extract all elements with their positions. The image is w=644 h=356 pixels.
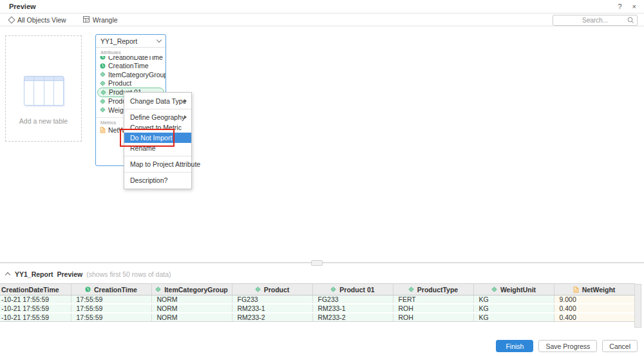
menu-item-define-geography[interactable]: Define Geography: [124, 112, 191, 122]
table-cell: 17:55:59: [71, 313, 151, 322]
all-objects-view-button[interactable]: All Objects View: [9, 16, 66, 24]
table-cell: RM233-1: [232, 304, 312, 313]
menu-item-do-not-import[interactable]: Do Not Import: [124, 133, 191, 143]
wrangle-label: Wrangle: [93, 16, 118, 24]
table-cell: FG233: [312, 295, 393, 304]
cancel-button[interactable]: Cancel: [602, 340, 638, 352]
add-new-table-dropzone[interactable]: Add a new table: [5, 35, 82, 142]
title-bar: Preview ? ×: [0, 0, 644, 14]
menu-item-description-[interactable]: Description?: [124, 175, 191, 185]
menu-item-rename[interactable]: Rename: [124, 143, 191, 153]
menu-item-map-to-project-attribute[interactable]: Map to Project Attribute: [124, 159, 191, 169]
table-cell: -10-21 17:55:59: [0, 313, 71, 322]
menu-divider: [124, 172, 191, 173]
wrangle-button[interactable]: Wrangle: [83, 16, 118, 24]
all-objects-view-label: All Objects View: [17, 16, 66, 24]
metric-icon: [100, 127, 106, 133]
table-cell: FERT: [393, 295, 473, 304]
table-cell: RM233-2: [312, 313, 393, 322]
column-header-label: NetWeight: [582, 286, 616, 294]
table-cell: 0.400: [554, 304, 634, 313]
menu-item-change-data-type[interactable]: Change Data Type: [124, 96, 191, 106]
column-header-label: CreationDateTime: [1, 286, 59, 294]
column-header-itemcategorygroup[interactable]: ItemCategoryGroup: [151, 284, 232, 295]
column-header-weightunit[interactable]: WeightUnit: [473, 284, 554, 295]
dataset-title: YY1_Report: [100, 37, 157, 45]
table-cell: KG: [473, 313, 554, 322]
table-cell: RM233-1: [312, 304, 393, 313]
column-header-producttype[interactable]: ProductType: [393, 284, 473, 295]
attribute-diamond-icon: [100, 98, 106, 104]
menu-divider: [124, 109, 191, 109]
collapse-chevron-icon[interactable]: [5, 272, 10, 277]
clock-icon: [100, 56, 106, 60]
column-header-label: WeightUnit: [500, 286, 536, 294]
column-header-creationdatetime[interactable]: CreationDateTime: [0, 284, 71, 295]
column-header-product-01[interactable]: Product 01: [312, 284, 393, 295]
table-scrollbar[interactable]: [634, 284, 641, 328]
column-header-label: Product: [264, 286, 290, 294]
attribute-diamond-icon: [155, 286, 161, 292]
column-header-netweight[interactable]: NetWeight: [554, 284, 634, 295]
column-header-creationtime[interactable]: CreationTime: [71, 284, 151, 295]
chevron-down-icon: [156, 37, 162, 42]
attribute-item-label: Product: [108, 79, 131, 87]
preview-panel-header: YY1_Report Preview (shows first 50 rows …: [0, 266, 644, 282]
menu-item-convert-to-metric[interactable]: Convert to Metric: [124, 122, 191, 133]
table-cell: 0.400: [554, 313, 634, 322]
finish-button[interactable]: Finish: [496, 340, 533, 352]
table-cell: RM233-2: [232, 313, 312, 322]
attributes-section-label: Attributes: [96, 48, 166, 56]
table-icon: [24, 76, 64, 106]
attribute-diamond-icon: [491, 286, 497, 292]
search-input[interactable]: Search...: [553, 15, 638, 26]
dataset-card-header[interactable]: YY1_Report: [96, 35, 166, 48]
attribute-item-creationdatetime[interactable]: CreationDateTime: [96, 56, 166, 62]
column-header-label: CreationTime: [94, 286, 137, 294]
table-cell: 9.000: [554, 295, 634, 304]
column-header-label: ItemCategoryGroup: [164, 286, 228, 294]
preview-label: Preview: [57, 270, 83, 278]
table-row: -10-21 17:55:5917:55:59NORMRM233-1RM233-…: [0, 304, 634, 313]
table-cell: FG233: [232, 295, 312, 304]
table-cell: 17:55:59: [71, 304, 151, 313]
table-cell: NORM: [151, 313, 232, 322]
table-cell: NORM: [151, 295, 232, 304]
preview-note: (shows first 50 rows of data): [86, 270, 171, 278]
table-cell: ROH: [393, 313, 473, 322]
table-cell: 17:55:59: [71, 295, 151, 304]
context-menu: Change Data TypeDefine GeographyConvert …: [124, 92, 192, 189]
table-row: -10-21 17:55:5917:55:59NORMRM233-2RM233-…: [0, 313, 634, 322]
preview-table-container: CreationDateTimeCreationTimeItemCategory…: [0, 283, 644, 328]
attribute-item-product[interactable]: Product: [96, 79, 166, 88]
search-icon: [627, 17, 634, 24]
menu-divider: [124, 156, 191, 156]
attribute-diamond-icon: [100, 71, 106, 77]
attribute-diamond-icon: [100, 89, 106, 95]
add-table-label: Add a new table: [6, 117, 81, 125]
attribute-item-label: CreationTime: [108, 62, 149, 70]
footer-actions: Finish Save Progress Cancel: [496, 340, 638, 352]
metric-icon: [573, 286, 579, 293]
table-cell: NORM: [151, 304, 232, 313]
table-cell: KG: [473, 304, 554, 313]
help-button[interactable]: ?: [618, 3, 621, 10]
save-progress-button[interactable]: Save Progress: [538, 340, 597, 352]
column-header-label: Product 01: [339, 286, 374, 294]
attribute-item-itemcategorygroup[interactable]: ItemCategoryGroup: [96, 70, 166, 79]
import-canvas: Add a new table YY1_Report Attributes Cr…: [0, 26, 644, 261]
attribute-item-label: ItemCategoryGroup: [108, 71, 166, 79]
splitter-grip-icon[interactable]: [311, 260, 323, 266]
close-button[interactable]: ×: [632, 3, 636, 10]
table-cell: ROH: [393, 304, 473, 313]
window-title: Preview: [9, 3, 36, 10]
wrangle-icon: [83, 16, 90, 24]
table-cell: -10-21 17:55:59: [0, 304, 71, 313]
attribute-item-creationtime[interactable]: CreationTime: [96, 62, 166, 71]
table-cell: KG: [473, 295, 554, 304]
column-header-label: ProductType: [417, 286, 458, 294]
all-objects-view-icon: [8, 16, 15, 23]
attribute-diamond-icon: [100, 80, 106, 86]
column-header-product[interactable]: Product: [232, 284, 312, 295]
preview-table-name: YY1_Report: [15, 270, 53, 278]
